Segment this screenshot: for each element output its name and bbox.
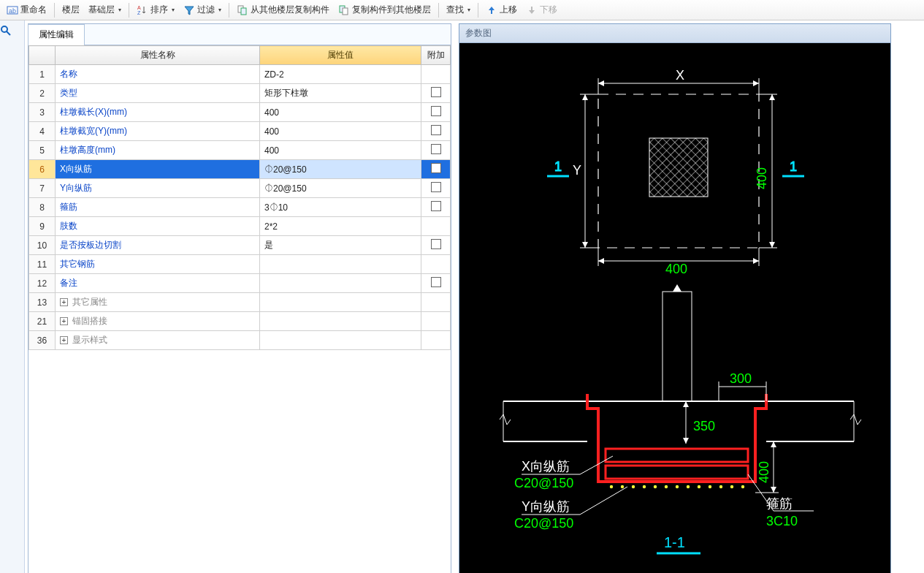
checkbox[interactable] (431, 201, 441, 211)
diagram-panel: 参数图 (459, 23, 891, 573)
arrow-up-icon (486, 4, 497, 16)
table-row[interactable]: 21+锚固搭接 (29, 312, 451, 331)
svg-text:A: A (137, 5, 141, 10)
stirrup-label: 箍筋 (766, 496, 793, 511)
filter-label: 过滤 (197, 4, 215, 16)
section-mark-left: 1 (554, 159, 562, 174)
table-row[interactable]: 12备注 (29, 274, 451, 293)
table-row[interactable]: 4柱墩截宽(Y)(mm)400 (29, 122, 451, 141)
left-strip (0, 20, 25, 573)
svg-rect-30 (663, 292, 692, 401)
section-label: 1-1 (664, 534, 685, 550)
expand-icon[interactable]: + (60, 298, 68, 306)
dim-x: X (676, 68, 684, 83)
sort-button[interactable]: AZ 排序 (133, 2, 178, 18)
expand-icon[interactable]: + (60, 336, 68, 344)
svg-text:ab: ab (9, 7, 16, 15)
checkbox[interactable] (431, 87, 441, 97)
svg-line-9 (7, 31, 10, 35)
filter-button[interactable]: 过滤 (180, 2, 225, 18)
table-row[interactable]: 1名称ZD-2 (29, 65, 451, 84)
svg-point-49 (730, 485, 733, 488)
floor-label[interactable]: 楼层 (58, 2, 83, 18)
dim-300: 300 (730, 371, 752, 386)
svg-rect-36 (606, 449, 748, 462)
table-row[interactable]: 7Y向纵筋⏀20@150 (29, 179, 451, 198)
svg-point-8 (1, 26, 7, 32)
copy-to-button[interactable]: 复制构件到其他楼层 (335, 2, 435, 18)
move-up-button[interactable]: 上移 (482, 2, 521, 18)
svg-rect-5 (241, 8, 246, 15)
svg-rect-14 (649, 138, 708, 197)
table-row[interactable]: 13+其它属性 (29, 293, 451, 312)
svg-point-43 (665, 485, 668, 488)
table-row[interactable]: 5柱墩高度(mm)400 (29, 141, 451, 160)
checkbox[interactable] (431, 125, 441, 135)
checkbox[interactable] (431, 277, 441, 287)
checkbox[interactable] (431, 106, 441, 116)
table-row[interactable]: 10是否按板边切割是 (29, 236, 451, 255)
dim-400-right: 400 (755, 167, 769, 189)
property-panel: 属性编辑 属性名称 属性值 附加 1名称ZD-22类型矩形下柱墩3柱墩截长(X)… (28, 23, 451, 573)
svg-point-42 (654, 485, 657, 488)
svg-line-60 (580, 487, 627, 515)
checkbox[interactable] (431, 144, 441, 154)
move-down-label: 下移 (540, 4, 557, 16)
svg-point-47 (709, 485, 711, 488)
rename-button[interactable]: ab 重命名 (3, 2, 50, 18)
property-table: 属性名称 属性值 附加 1名称ZD-22类型矩形下柱墩3柱墩截长(X)(mm)4… (28, 45, 451, 350)
sort-icon: AZ (137, 4, 148, 16)
table-row[interactable]: 36+显示样式 (29, 331, 451, 350)
stirrup-value: 3C10 (766, 514, 798, 528)
rename-icon: ab (7, 4, 18, 16)
col-name: 属性名称 (56, 46, 260, 65)
table-row[interactable]: 2类型矩形下柱墩 (29, 84, 451, 103)
svg-point-48 (719, 485, 722, 488)
copy-from-button[interactable]: 从其他楼层复制构件 (233, 2, 333, 18)
find-button[interactable]: 查找 (443, 2, 474, 18)
move-down-button[interactable]: 下移 (522, 2, 561, 18)
copy-from-label: 从其他楼层复制构件 (251, 4, 329, 16)
diagram-title: 参数图 (459, 24, 890, 43)
expand-icon[interactable]: + (60, 317, 68, 325)
toolbar: ab 重命名 楼层 基础层 AZ 排序 过滤 从其他楼层复制构件 复制构件到其他… (0, 0, 924, 20)
table-row[interactable]: 8箍筋3⏀10 (29, 198, 451, 217)
copy-to-label: 复制构件到其他楼层 (352, 4, 431, 16)
svg-point-50 (741, 485, 744, 488)
y-rebar-value: C20@150 (514, 516, 573, 531)
copy-from-icon (237, 4, 248, 16)
svg-point-46 (698, 485, 700, 488)
search-icon[interactable] (0, 25, 24, 37)
sort-label: 排序 (150, 4, 168, 16)
svg-point-41 (643, 485, 646, 488)
svg-rect-7 (343, 8, 348, 15)
x-rebar-label: X向纵筋 (522, 459, 570, 474)
svg-text:Z: Z (137, 10, 141, 15)
col-extra: 附加 (421, 46, 451, 65)
svg-point-44 (676, 485, 679, 488)
arrow-down-icon (526, 4, 538, 16)
col-value: 属性值 (260, 46, 421, 65)
dim-400-bottom: 400 (665, 262, 687, 276)
checkbox[interactable] (431, 163, 441, 173)
section-mark-right: 1 (790, 159, 797, 174)
svg-point-38 (610, 485, 613, 488)
move-up-label: 上移 (500, 4, 517, 16)
copy-to-icon (338, 4, 350, 16)
svg-rect-37 (606, 466, 748, 479)
table-row[interactable]: 11其它钢筋 (29, 255, 451, 274)
rename-label: 重命名 (20, 4, 47, 16)
y-rebar-label: Y向纵筋 (522, 499, 570, 514)
tab-property-edit[interactable]: 属性编辑 (28, 24, 85, 45)
svg-point-40 (632, 485, 635, 488)
checkbox[interactable] (431, 239, 441, 249)
table-row[interactable]: 6X向纵筋⏀20@150 (29, 160, 451, 179)
dim-350: 350 (693, 419, 715, 433)
checkbox[interactable] (431, 182, 441, 192)
table-row[interactable]: 3柱墩截长(X)(mm)400 (29, 103, 451, 122)
svg-point-45 (687, 485, 690, 488)
table-row[interactable]: 9肢数2*2 (29, 217, 451, 236)
diagram-body: X Y 400 400 1 (459, 43, 890, 573)
base-layer-dropdown[interactable]: 基础层 (85, 2, 125, 18)
svg-point-39 (621, 485, 624, 488)
